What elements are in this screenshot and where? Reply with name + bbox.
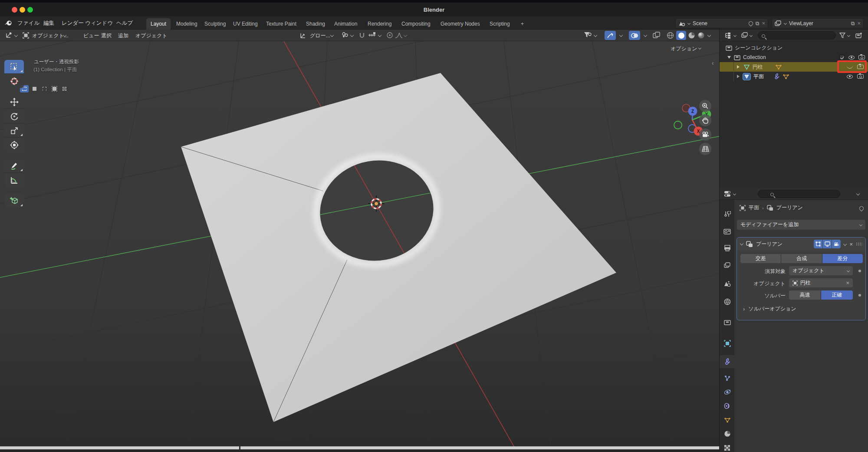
- proportional-editing-icon[interactable]: [386, 32, 393, 39]
- tab-compositing[interactable]: Compositing: [397, 18, 435, 30]
- operand-type-dropdown[interactable]: オブジェクト: [789, 266, 853, 275]
- add-modifier-button[interactable]: モディファイアーを追加: [737, 220, 865, 230]
- xray-toggle-icon[interactable]: [653, 32, 661, 39]
- eye-icon[interactable]: [847, 75, 853, 79]
- properties-editor-icon[interactable]: [724, 191, 732, 197]
- pivot-point-icon[interactable]: [341, 32, 349, 39]
- tab-constraints[interactable]: [720, 399, 735, 412]
- menu-add[interactable]: 追加: [118, 32, 128, 40]
- tab-modifiers[interactable]: [720, 355, 735, 368]
- menu-help[interactable]: ヘルプ: [116, 20, 133, 27]
- tab-physics[interactable]: [720, 386, 735, 399]
- tab-view-layer[interactable]: [720, 259, 735, 272]
- add-workspace-button[interactable]: +: [516, 18, 528, 30]
- tab-collection[interactable]: [720, 316, 735, 329]
- tab-material[interactable]: [720, 427, 735, 440]
- pan-view-button[interactable]: [699, 114, 711, 126]
- animate-property-dot[interactable]: [858, 294, 861, 297]
- tab-render[interactable]: [720, 225, 735, 238]
- new-collection-icon[interactable]: [855, 32, 862, 39]
- menu-render[interactable]: レンダー: [62, 20, 84, 27]
- tool-measure-button[interactable]: [4, 173, 24, 187]
- blender-logo-icon[interactable]: [4, 19, 13, 27]
- select-mode-extend-button[interactable]: [30, 85, 39, 92]
- tab-animation[interactable]: Animation: [330, 18, 362, 30]
- toggle-perspective-button[interactable]: [699, 143, 711, 155]
- viewlayer-selector[interactable]: ViewLayer ⧉ ×: [772, 18, 864, 28]
- tool-add-cube-button[interactable]: [4, 194, 24, 208]
- navigation-gizmo[interactable]: Z Y X: [668, 87, 719, 138]
- tab-rendering[interactable]: Rendering: [363, 18, 396, 30]
- menu-file[interactable]: ファイル: [17, 20, 39, 27]
- tool-scale-button[interactable]: [4, 124, 24, 138]
- shading-rendered-icon[interactable]: [697, 32, 705, 39]
- select-mode-subtract-button[interactable]: [40, 85, 49, 92]
- snap-target-icon[interactable]: [368, 32, 377, 38]
- solver-fast-button[interactable]: 高速: [789, 290, 821, 300]
- object-visibility-icon[interactable]: [584, 32, 592, 39]
- viewport-3d[interactable]: ユーザー・透視投影 (1) Collection | 平面: [0, 41, 719, 449]
- solver-exact-button[interactable]: 正確: [821, 290, 853, 300]
- menu-select[interactable]: 選択: [101, 32, 112, 40]
- zoom-view-button[interactable]: [699, 100, 711, 112]
- new-viewlayer-icon[interactable]: ⧉: [851, 20, 855, 26]
- tool-annotate-button[interactable]: [4, 159, 24, 173]
- delete-modifier-icon[interactable]: ×: [849, 241, 853, 247]
- shading-material-icon[interactable]: [688, 32, 695, 39]
- operation-intersect-button[interactable]: 交差: [740, 254, 781, 263]
- outliner-row-plane[interactable]: 平面: [720, 72, 868, 81]
- sidebar-collapse-arrow[interactable]: ‹: [712, 59, 714, 66]
- falloff-curve-icon[interactable]: [395, 32, 403, 39]
- tab-particles[interactable]: [720, 372, 735, 385]
- solver-options-expander[interactable]: › ソルバーオプション: [743, 305, 796, 313]
- tab-layout[interactable]: Layout: [146, 18, 171, 30]
- expand-panel-icon[interactable]: [740, 241, 743, 245]
- orientation-selector[interactable]: グロー...: [310, 32, 330, 40]
- new-scene-icon[interactable]: ⧉: [756, 20, 760, 26]
- camera-view-button[interactable]: [699, 129, 711, 141]
- filter-icon[interactable]: [839, 33, 845, 38]
- pin-icon[interactable]: [748, 20, 754, 26]
- collection-checkbox[interactable]: [839, 55, 845, 60]
- tool-rotate-button[interactable]: [4, 109, 24, 123]
- menu-object[interactable]: オブジェクト: [135, 32, 168, 40]
- tab-sculpting[interactable]: Sculpting: [200, 18, 230, 30]
- eye-icon[interactable]: [848, 56, 855, 59]
- options-dropdown[interactable]: オプション: [671, 45, 701, 53]
- clear-object-icon[interactable]: ×: [846, 280, 849, 286]
- remove-viewlayer-icon[interactable]: ×: [857, 20, 861, 26]
- menu-edit[interactable]: 編集: [43, 20, 54, 27]
- tab-geometry-nodes[interactable]: Geometry Nodes: [436, 18, 484, 30]
- tab-scene[interactable]: [720, 277, 735, 290]
- modifier-extras-icon[interactable]: [843, 242, 847, 246]
- outliner-filter-type-icon[interactable]: [741, 32, 748, 38]
- display-realtime-toggle[interactable]: [823, 240, 832, 248]
- editor-type-icon[interactable]: [5, 32, 13, 39]
- operation-union-button[interactable]: 合成: [781, 254, 822, 263]
- shading-solid-button[interactable]: [676, 31, 686, 40]
- select-mode-intersect-button[interactable]: [60, 85, 69, 92]
- tab-texture[interactable]: [720, 441, 735, 452]
- mode-selector[interactable]: オブジェクト...: [32, 32, 69, 40]
- tab-modeling[interactable]: Modeling: [172, 18, 202, 30]
- tab-object[interactable]: [720, 337, 735, 350]
- tab-tool[interactable]: [720, 208, 735, 221]
- tool-cursor-button[interactable]: [4, 74, 24, 88]
- pin-id-icon[interactable]: [859, 205, 864, 212]
- tab-texture-paint[interactable]: Texture Paint: [262, 18, 301, 30]
- expand-arrow-icon[interactable]: [737, 65, 740, 69]
- breadcrumb-object[interactable]: 平面: [749, 204, 759, 211]
- object-picker-field[interactable]: 円柱 ×: [789, 278, 853, 287]
- select-mode-invert-button[interactable]: [50, 85, 59, 92]
- properties-search-input[interactable]: [758, 190, 840, 198]
- tab-output[interactable]: [720, 241, 735, 254]
- scene-selector[interactable]: Scene ⧉ ×: [675, 18, 768, 28]
- camera-render-icon[interactable]: [857, 74, 864, 79]
- tab-world[interactable]: [720, 295, 735, 308]
- tab-shading[interactable]: Shading: [302, 18, 329, 30]
- drag-handle-icon[interactable]: [856, 242, 862, 246]
- display-edit-mode-toggle[interactable]: [814, 240, 822, 248]
- show-gizmo-toggle[interactable]: [605, 31, 616, 40]
- tool-move-button[interactable]: [4, 95, 24, 109]
- tab-object-data[interactable]: [720, 413, 735, 426]
